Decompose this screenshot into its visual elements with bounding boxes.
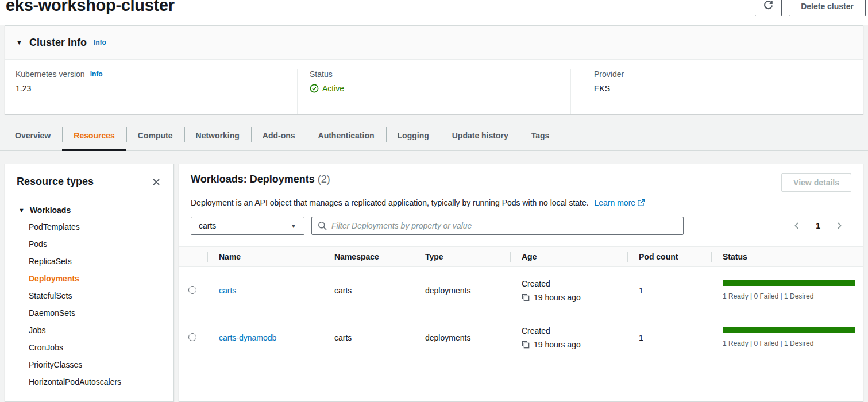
- collapse-triangle-icon: ▼: [16, 40, 22, 46]
- close-button[interactable]: [151, 176, 162, 188]
- namespace-cell: carts: [323, 333, 414, 342]
- deployments-panel-title: Workloads: Deployments (2): [191, 173, 330, 185]
- sidebar-item-deployments[interactable]: Deployments: [29, 270, 162, 287]
- chevron-down-icon: ▼: [291, 223, 296, 229]
- sidebar-item-statefulsets[interactable]: StatefulSets: [29, 287, 162, 304]
- tab-tags[interactable]: Tags: [520, 120, 561, 150]
- close-icon: [152, 180, 161, 188]
- tab-authentication[interactable]: Authentication: [307, 120, 386, 150]
- filter-select-value: carts: [199, 221, 216, 230]
- cluster-info-info-link[interactable]: Info: [94, 38, 106, 47]
- column-header-namespace: Namespace: [323, 247, 414, 266]
- cluster-info-section: ▼ Cluster info Info Kubernetes version I…: [5, 25, 863, 114]
- kubernetes-version-info-link[interactable]: Info: [90, 70, 103, 78]
- age-relative-value: 19 hours ago: [534, 292, 581, 303]
- sidebar-item-podtemplates[interactable]: PodTemplates: [29, 218, 162, 235]
- page-header: eks-workshop-cluster Delete cluster: [0, 0, 868, 25]
- provider-label: Provider: [594, 69, 624, 79]
- chevron-right-icon: [835, 223, 843, 231]
- workloads-group-label: Workloads: [30, 206, 71, 215]
- age-cell: Created 19 hours ago: [510, 278, 627, 303]
- status-label: Status: [310, 69, 333, 79]
- status-bar: [723, 280, 855, 286]
- status-field: Status Active: [297, 69, 570, 114]
- filter-select[interactable]: carts ▼: [191, 217, 304, 235]
- sidebar-item-horizontalpodautoscalers[interactable]: HorizontalPodAutoscalers: [29, 373, 162, 391]
- sidebar-item-jobs[interactable]: Jobs: [29, 322, 162, 339]
- kubernetes-version-label: Kubernetes version: [16, 69, 85, 79]
- age-created-label: Created: [522, 325, 616, 337]
- row-radio-button[interactable]: [188, 286, 196, 294]
- table-header-row: Name Namespace Type Age Pod count Status: [179, 246, 863, 267]
- status-cell: 1 Ready | 0 Failed | 1 Desired: [711, 280, 863, 300]
- resource-types-title: Resource types: [17, 176, 94, 188]
- filter-row: carts ▼ 1: [179, 208, 863, 235]
- status-caption: 1 Ready | 0 Failed | 1 Desired: [723, 339, 855, 347]
- tab-resources[interactable]: Resources: [62, 120, 126, 150]
- type-cell: deployments: [414, 286, 510, 295]
- type-cell: deployments: [414, 333, 510, 342]
- check-circle-icon: [310, 84, 319, 93]
- status-bar: [723, 327, 855, 333]
- cluster-info-header[interactable]: ▼ Cluster info Info: [5, 26, 863, 60]
- tab-logging[interactable]: Logging: [386, 120, 441, 150]
- deployments-description: Deployment is an API object that manages…: [179, 192, 863, 208]
- row-radio-button[interactable]: [188, 333, 196, 341]
- sidebar-item-priorityclasses[interactable]: PriorityClasses: [29, 356, 162, 373]
- table-row: carts-dynamodb carts deployments Created…: [179, 314, 863, 361]
- view-details-button[interactable]: View details: [781, 173, 851, 192]
- age-cell: Created 19 hours ago: [510, 325, 627, 350]
- column-header-pod-count: Pod count: [627, 247, 711, 266]
- sidebar-item-cronjobs[interactable]: CronJobs: [29, 339, 162, 356]
- deployment-name-link[interactable]: carts-dynamodb: [219, 333, 276, 342]
- kubernetes-version-field: Kubernetes version Info 1.23: [5, 69, 297, 114]
- delete-cluster-button[interactable]: Delete cluster: [789, 0, 866, 16]
- provider-value: EKS: [594, 84, 861, 93]
- status-caption: 1 Ready | 0 Failed | 1 Desired: [723, 292, 855, 300]
- deployment-name-link[interactable]: carts: [219, 286, 236, 295]
- copy-icon[interactable]: [522, 341, 530, 349]
- column-header-name: Name: [207, 247, 323, 266]
- namespace-cell: carts: [323, 286, 414, 295]
- search-input[interactable]: [331, 221, 677, 230]
- pod-count-cell: 1: [627, 333, 711, 342]
- pagination-prev-button[interactable]: [792, 221, 802, 231]
- column-header-status: Status: [711, 247, 863, 266]
- tab-compute[interactable]: Compute: [126, 120, 184, 150]
- search-icon: [318, 221, 327, 230]
- column-header-type: Type: [414, 247, 510, 266]
- learn-more-text: Learn more: [595, 198, 636, 207]
- resource-type-list: PodTemplates Pods ReplicaSets Deployment…: [17, 218, 162, 391]
- kubernetes-version-value: 1.23: [16, 84, 297, 93]
- refresh-button[interactable]: [755, 0, 782, 16]
- workloads-group-toggle[interactable]: ▼ Workloads: [17, 206, 162, 215]
- page-title: eks-workshop-cluster: [6, 0, 175, 15]
- current-page-number[interactable]: 1: [816, 221, 820, 230]
- deployments-count: (2): [318, 173, 330, 185]
- table-row: carts carts deployments Created 19 hours…: [179, 267, 863, 314]
- resource-types-panel: Resource types ▼ Workloads PodTemplates …: [5, 164, 174, 402]
- sidebar-item-pods[interactable]: Pods: [29, 235, 162, 253]
- chevron-left-icon: [793, 223, 801, 231]
- learn-more-link[interactable]: Learn more: [595, 198, 646, 207]
- refresh-icon: [763, 1, 773, 12]
- pagination-next-button[interactable]: [834, 221, 844, 231]
- page-actions: Delete cluster: [755, 0, 866, 16]
- pagination: 1: [792, 221, 851, 231]
- copy-icon[interactable]: [522, 293, 530, 302]
- sidebar-item-daemonsets[interactable]: DaemonSets: [29, 304, 162, 322]
- cluster-info-body: Kubernetes version Info 1.23 Status Acti…: [5, 60, 863, 114]
- search-box: [311, 217, 684, 235]
- resources-content: Resource types ▼ Workloads PodTemplates …: [5, 164, 863, 402]
- tab-overview[interactable]: Overview: [3, 120, 62, 150]
- age-relative-value: 19 hours ago: [534, 339, 581, 350]
- external-link-icon: [637, 199, 645, 208]
- tab-networking[interactable]: Networking: [184, 120, 251, 150]
- tab-add-ons[interactable]: Add-ons: [251, 120, 307, 150]
- tab-update-history[interactable]: Update history: [441, 120, 520, 150]
- sidebar-item-replicasets[interactable]: ReplicaSets: [29, 253, 162, 270]
- cluster-tabs: Overview Resources Compute Networking Ad…: [0, 120, 868, 151]
- deployments-table: Name Namespace Type Age Pod count Status…: [179, 246, 863, 361]
- pod-count-cell: 1: [627, 286, 711, 295]
- age-created-label: Created: [522, 278, 616, 289]
